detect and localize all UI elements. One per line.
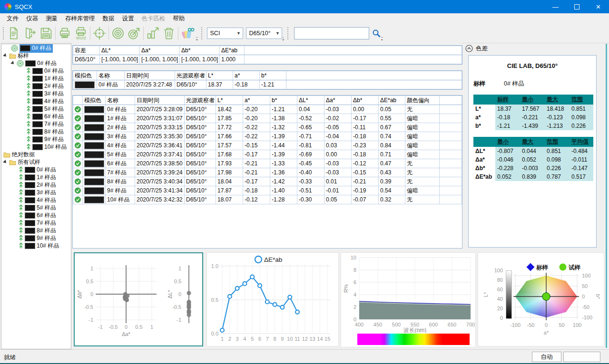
stats-value: 0.044: [520, 147, 545, 155]
tree-item[interactable]: 0# 样品: [1, 44, 71, 52]
tree-item[interactable]: 5# 样品: [1, 105, 71, 113]
chart-button[interactable]: [145, 25, 161, 42]
sample-cell: 偏暗: [405, 132, 440, 141]
sample-row[interactable]: 8# 样品2020/7/25 3:40:34D65/10°18.04-0.17-…: [73, 177, 462, 186]
sample-cell: D65/10°: [185, 168, 216, 177]
tree-item[interactable]: 2# 样品: [1, 181, 71, 189]
sample-row[interactable]: 5# 样品2020/7/25 3:37:41D65/10°17.68-0.17-…: [73, 150, 462, 159]
tree-item-content: 绝对数据: [12, 151, 35, 159]
sample-cell: 17.66: [216, 132, 243, 141]
measure-target-button[interactable]: [126, 25, 142, 42]
toolbar-overflow-icon[interactable]: ▾: [283, 37, 285, 41]
svg-text:5: 5: [251, 336, 254, 342]
sample-cell: -1.21: [270, 105, 297, 114]
tree-item[interactable]: 3# 样品: [1, 90, 71, 97]
tree-item[interactable]: 0# 样品: [1, 59, 71, 67]
save-button[interactable]: [38, 25, 54, 42]
sample-row[interactable]: 4# 样品2020/7/25 3:36:41D65/10°17.57-0.15-…: [73, 141, 462, 150]
menu-item-帮助[interactable]: 帮助: [169, 13, 189, 24]
sample-row[interactable]: 10# 样品2020/7/25 3:42:32D65/10°18.07-0.12…: [73, 195, 462, 204]
tree-item[interactable]: 10# 样品: [1, 143, 71, 151]
tree-item-label: 7# 样品: [37, 219, 56, 227]
tree-item[interactable]: 4# 样品: [1, 97, 71, 105]
sample-cell: D65/10°: [185, 159, 216, 168]
svg-text:6: 6: [354, 279, 356, 285]
tree-item[interactable]: 8# 样品: [1, 227, 71, 234]
tree-item[interactable]: 8# 样品: [1, 128, 71, 135]
sample-row[interactable]: 6# 样品2020/7/25 3:38:50D65/10°17.93-0.21-…: [73, 159, 462, 168]
svg-text:11: 11: [295, 336, 300, 342]
sample-cell: 偏暗: [405, 141, 440, 150]
tree-item[interactable]: 9# 样品: [1, 135, 71, 143]
tree-item[interactable]: 10# 样品: [1, 242, 71, 249]
lab-gamut-chart-panel: 标样试样100806040200L*100500-50-100b*-100-50…: [478, 252, 604, 346]
toolbar-overflow-icon[interactable]: ▾: [381, 37, 383, 41]
diff-panel-body: CIE LAB, D65/10° 标样 0# 样品 标样最小最大范围L*18.3…: [468, 55, 597, 248]
tree-item-content: 10# 样品: [25, 242, 59, 250]
tree-item[interactable]: 6# 样品: [1, 211, 71, 219]
tree-item[interactable]: 所有试样: [1, 158, 71, 166]
tree-item[interactable]: 5# 样品: [1, 204, 71, 211]
tree-item[interactable]: 7# 样品: [1, 219, 71, 227]
color-swatch: [20, 45, 30, 51]
print-word-button[interactable]: Word: [73, 25, 89, 42]
illuminant-observer-combo[interactable]: D65/10°▼: [246, 28, 282, 39]
sample-cell: 5# 样品: [106, 150, 135, 159]
search-button[interactable]: [372, 29, 381, 38]
minimize-button[interactable]: —: [545, 0, 566, 13]
tree-item[interactable]: 1# 样品: [1, 173, 71, 181]
delta-e-line-svg: ΔE*ab0.00.51.0123456789101112131415: [207, 253, 338, 346]
close-button[interactable]: ✕: [588, 0, 609, 13]
app-logo-icon: [4, 3, 11, 10]
sample-row[interactable]: 7# 样品2020/7/25 3:39:24D65/10°17.98-0.21-…: [73, 168, 462, 177]
menu-item-文件[interactable]: 文件: [3, 13, 22, 24]
sample-row[interactable]: 3# 样品2020/7/25 3:35:30D65/10°17.66-0.22-…: [73, 132, 462, 141]
tolerance-row[interactable]: D65/10°[-1.000, 1.000][-1.000, 1.000][-1…: [73, 55, 462, 64]
sample-row[interactable]: 0# 样品2020/7/25 3:28:09D65/10°18.42-0.20-…: [73, 105, 462, 114]
menu-item-设置[interactable]: 设置: [118, 13, 138, 24]
toolbar-overflow-icon[interactable]: ▾: [196, 37, 198, 41]
sample-row[interactable]: 1# 样品2020/7/25 3:31:07D65/10°17.85-0.20-…: [73, 114, 462, 123]
tree-item[interactable]: 6# 样品: [1, 113, 71, 120]
tree-item[interactable]: 标样: [1, 52, 71, 59]
filler-cell: [440, 132, 462, 141]
filler-cell: [440, 150, 462, 159]
color-swatch: [32, 114, 43, 120]
specular-mode-combo[interactable]: SCI▼: [207, 28, 243, 39]
tree-item[interactable]: 1# 样品: [1, 75, 71, 82]
sample-cell: 2020/7/25 3:39:24: [135, 168, 185, 177]
standard-cell: -0.18: [233, 80, 260, 89]
tree-item[interactable]: 7# 样品: [1, 120, 71, 128]
menu-item-色卡匹检[interactable]: 色卡匹检: [138, 13, 169, 24]
standard-row[interactable]: 0# 样品2020/7/25 3:27:48D65/10°18.37-0.18-…: [73, 80, 462, 89]
tree-expander-icon[interactable]: [3, 160, 8, 164]
stats-value: 0.226: [570, 122, 593, 130]
tree-expander-icon[interactable]: [3, 53, 8, 58]
tree-item[interactable]: 0# 样品: [1, 166, 71, 173]
calibration-target-button[interactable]: [110, 25, 126, 42]
search-input[interactable]: [294, 27, 369, 39]
menu-item-测量[interactable]: 测量: [42, 13, 61, 24]
color-match-button[interactable]: [179, 25, 196, 42]
maximize-button[interactable]: [566, 0, 588, 13]
menu-item-仪器[interactable]: 仪器: [22, 13, 42, 24]
menu-item-数据[interactable]: 数据: [99, 13, 118, 24]
export-button[interactable]: [22, 25, 38, 42]
new-document-button[interactable]: [6, 25, 22, 42]
print-button[interactable]: [57, 25, 73, 42]
tree-item[interactable]: 0# 样品: [1, 67, 71, 75]
tree-expander-icon[interactable]: [10, 61, 15, 66]
tree-item[interactable]: 绝对数据: [1, 151, 71, 158]
sample-row[interactable]: 9# 样品2020/7/25 3:41:34D65/10°17.87-0.18-…: [73, 186, 462, 195]
menu-item-存样库管理[interactable]: 存样库管理: [61, 13, 99, 24]
sample-row[interactable]: 2# 样品2020/7/25 3:33:15D65/10°17.72-0.22-…: [73, 123, 462, 132]
delete-button[interactable]: [161, 25, 177, 42]
tree-item[interactable]: 4# 样品: [1, 196, 71, 204]
collapse-icon[interactable]: [465, 45, 473, 52]
reflectance-chart-panel: 0246810400450500550600650700R%波长(nm): [341, 252, 476, 347]
tree-item[interactable]: 3# 样品: [1, 189, 71, 196]
tree-item[interactable]: 9# 样品: [1, 234, 71, 242]
svg-text:b*: b*: [595, 294, 601, 299]
crosshair-button[interactable]: [91, 25, 108, 42]
tree-item[interactable]: 2# 样品: [1, 82, 71, 90]
